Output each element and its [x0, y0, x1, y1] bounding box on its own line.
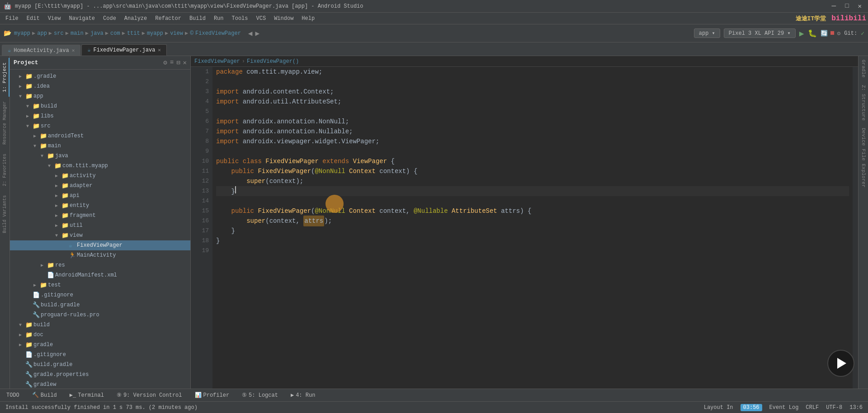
- tree-fixed-view-pager[interactable]: ☕ FixedViewPager: [10, 240, 190, 250]
- tree-gradle-dir[interactable]: ▶ 📁 gradle: [10, 340, 190, 350]
- build-variants-tab[interactable]: Build Variants: [1, 191, 9, 238]
- breadcrumb-java[interactable]: java: [90, 30, 104, 37]
- run-tool[interactable]: ▶ 4: Run: [288, 391, 318, 399]
- minimize-button[interactable]: ─: [829, 2, 839, 10]
- menu-help[interactable]: Help: [298, 14, 318, 23]
- sync-btn[interactable]: 🔄: [821, 30, 828, 37]
- profiler-tool[interactable]: 📊 Profiler: [192, 391, 232, 399]
- favorites-tab[interactable]: 2: Favorites: [1, 149, 9, 191]
- code-breadcrumb-method[interactable]: FixedViewPager(): [247, 58, 299, 65]
- code-lines[interactable]: package com.ttit.myapp.view; import andr…: [212, 67, 853, 389]
- breadcrumb-view[interactable]: view: [170, 30, 183, 37]
- run-btn[interactable]: ▶: [799, 28, 804, 38]
- breadcrumb-main[interactable]: main: [71, 30, 84, 37]
- tree-util[interactable]: ▶ 📁 util: [10, 221, 190, 230]
- tree-doc[interactable]: ▶ 📁 doc: [10, 330, 190, 340]
- project-sort-icon[interactable]: ≡: [170, 59, 174, 66]
- todo-tool[interactable]: TODO: [4, 391, 22, 399]
- tree-gradlew[interactable]: 🔧 gradlew: [10, 380, 190, 389]
- tree-android-test[interactable]: ▶ 📁 androidTest: [10, 131, 190, 141]
- tree-proguard[interactable]: 🔧 proguard-rules.pro: [10, 310, 190, 320]
- menu-refactor[interactable]: Refactor: [151, 14, 185, 23]
- app-run-config[interactable]: app ▾: [694, 28, 720, 38]
- breadcrumb-src[interactable]: src: [54, 30, 64, 37]
- code-breadcrumb-class[interactable]: FixedViewPager: [194, 58, 240, 65]
- tree-entity[interactable]: ▶ 📁 entity: [10, 201, 190, 211]
- menu-edit[interactable]: Edit: [23, 14, 43, 23]
- maximize-button[interactable]: □: [842, 2, 851, 10]
- gradle-tab[interactable]: Gradle: [860, 56, 867, 81]
- stop-btn[interactable]: ⏹: [830, 30, 835, 37]
- logcat-tool[interactable]: ⑤ 5: Logcat: [239, 391, 281, 399]
- video-float-button[interactable]: [827, 350, 854, 377]
- tree-build2[interactable]: ▼ 📁 build: [10, 320, 190, 330]
- tab-fixed-view-pager[interactable]: ☕ FixedViewPager.java ✕: [81, 44, 167, 56]
- settings-btn[interactable]: ⚙: [837, 30, 841, 37]
- tree-main-activity[interactable]: 🏃 MainActivity: [10, 250, 190, 260]
- tree-build1[interactable]: ▼ 📁 build: [10, 101, 190, 111]
- toolbar-forward[interactable]: ▶: [255, 29, 260, 38]
- tree-manifest[interactable]: 📄 AndroidManifest.xml: [10, 270, 190, 280]
- close-button[interactable]: ✕: [855, 2, 864, 10]
- tree-build-gradle1[interactable]: 🔧 build.gradle: [10, 300, 190, 310]
- status-time[interactable]: 03:56: [741, 404, 762, 411]
- menu-build[interactable]: Build: [186, 14, 209, 23]
- menu-window[interactable]: Window: [270, 14, 297, 23]
- tree-adapter[interactable]: ▶ 📁 adapter: [10, 181, 190, 191]
- project-settings-icon[interactable]: ⚙: [163, 59, 167, 66]
- breadcrumb-ttit[interactable]: ttit: [127, 30, 140, 37]
- project-collapse-icon[interactable]: ⊟: [176, 59, 180, 66]
- version-control-tool[interactable]: ⑨ 9: Version Control: [114, 391, 185, 399]
- crlf-status[interactable]: CRLF: [806, 404, 819, 411]
- structure-tab[interactable]: Z: Structure: [860, 81, 867, 124]
- tab-home-close[interactable]: ✕: [72, 47, 75, 53]
- menu-analyze[interactable]: Analyze: [121, 14, 151, 23]
- menu-run[interactable]: Run: [210, 14, 227, 23]
- tree-fragment[interactable]: ▶ 📁 fragment: [10, 211, 190, 221]
- tree-build-gradle2[interactable]: 🔧 build.gradle: [10, 360, 190, 370]
- build-tool[interactable]: 🔨 Build: [29, 391, 60, 399]
- project-tab[interactable]: 1: Project: [0, 58, 9, 97]
- device-selector[interactable]: Pixel 3 XL API 29 ▾: [724, 28, 796, 38]
- editor-scrollbar[interactable]: [853, 67, 858, 389]
- encoding-status[interactable]: UTF-8: [826, 404, 842, 411]
- tree-src[interactable]: ▼ 📁 src: [10, 121, 190, 131]
- tree-idea[interactable]: ▶ 📁 .idea: [10, 81, 190, 91]
- project-header: Project ⚙ ≡ ⊟ ✕: [10, 56, 190, 70]
- debug-btn[interactable]: 🐛: [808, 29, 817, 38]
- tree-res[interactable]: ▶ 📁 res: [10, 260, 190, 270]
- tree-java-dir[interactable]: ▼ 📁 java: [10, 151, 190, 161]
- breadcrumb-fixed[interactable]: FixedViewPager: [195, 30, 241, 37]
- tree-api[interactable]: ▶ 📁 api: [10, 191, 190, 201]
- menu-view[interactable]: View: [44, 14, 65, 23]
- tab-fixed-close[interactable]: ✕: [158, 47, 161, 53]
- resource-manager-tab[interactable]: Resource Manager: [1, 97, 9, 149]
- menu-vcs[interactable]: VCS: [253, 14, 270, 23]
- tree-gitignore2[interactable]: 📄 .gitignore: [10, 350, 190, 360]
- tree-gradle[interactable]: ▶ 📁 .gradle: [10, 71, 190, 81]
- menu-code[interactable]: Code: [99, 14, 120, 23]
- tree-com-ttit[interactable]: ▼ 📁 com.ttit.myapp: [10, 161, 190, 171]
- tree-app[interactable]: ▼ 📁 app: [10, 91, 190, 101]
- toolbar-back[interactable]: ◀: [248, 29, 253, 38]
- device-file-explorer-tab[interactable]: Device File Explorer: [860, 124, 867, 191]
- menu-file[interactable]: File: [2, 14, 22, 23]
- event-log[interactable]: Event Log: [769, 404, 799, 411]
- tree-gitignore1[interactable]: 📄 .gitignore: [10, 290, 190, 300]
- tree-gradle-props[interactable]: 🔧 gradle.properties: [10, 370, 190, 380]
- breadcrumb-com[interactable]: com: [110, 30, 120, 37]
- tab-home-activity[interactable]: ☕ HomeActivity.java ✕: [2, 45, 80, 56]
- tree-view-folder[interactable]: ▼ 📁 view: [10, 230, 190, 240]
- tree-test[interactable]: ▶ 📁 test: [10, 280, 190, 290]
- breadcrumb-myapp2[interactable]: myapp: [147, 30, 163, 37]
- project-close-icon[interactable]: ✕: [183, 59, 187, 66]
- menu-tools[interactable]: Tools: [228, 14, 252, 23]
- tree-libs[interactable]: ▶ 📁 libs: [10, 111, 190, 121]
- tree-activity[interactable]: ▶ 📁 activity: [10, 171, 190, 181]
- code-content[interactable]: 1 2 3 4 5 6 7 8 9 10 11 12 13 14 15 16 1: [191, 67, 858, 389]
- breadcrumb-myapp[interactable]: myapp: [14, 30, 30, 37]
- menu-navigate[interactable]: Navigate: [65, 14, 99, 23]
- tree-main[interactable]: ▼ 📁 main: [10, 141, 190, 151]
- terminal-tool[interactable]: ▶_ Terminal: [67, 391, 107, 399]
- breadcrumb-app[interactable]: app: [37, 30, 47, 37]
